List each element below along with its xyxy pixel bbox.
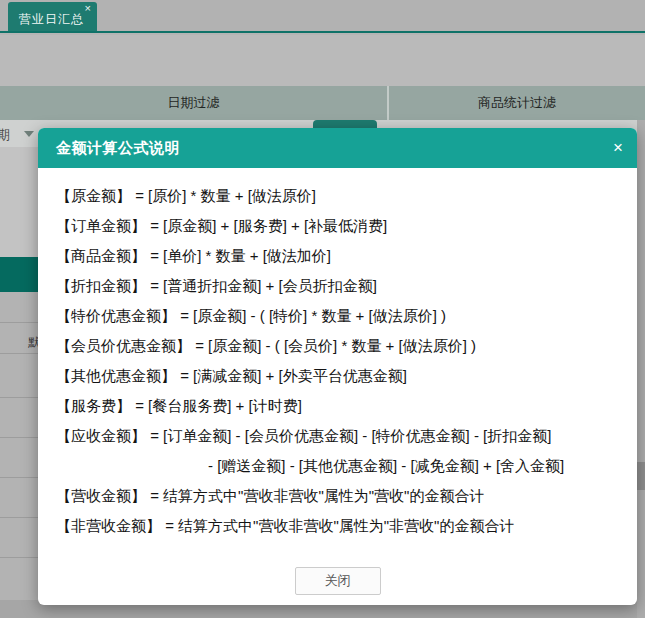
formula-line: 【其他优惠金额】 = [满减金额] + [外卖平台优惠金额] — [56, 361, 627, 391]
close-button[interactable]: 关闭 — [295, 567, 381, 595]
date-filter-title: 日期过滤 — [0, 86, 387, 120]
formula-line: 【原金额】 = [原价] * 数量 + [做法原价] — [56, 181, 627, 211]
scrollbar-thumb[interactable] — [637, 462, 645, 490]
product-filter-title: 商品统计过滤 — [389, 86, 645, 120]
formula-line: 【商品金额】 = [单价] * 数量 + [做法加价] — [56, 241, 627, 271]
page-background-upper — [0, 35, 645, 86]
formula-line: 【应收金额】 = [订单金额] - [会员价优惠金额] - [特价优惠金额] -… — [56, 421, 627, 451]
formula-line: 【会员价优惠金额】 = [原金额] - ( [会员价] * 数量 + [做法原价… — [56, 331, 627, 361]
formula-help-dialog: 金额计算公式说明 × 【原金额】 = [原价] * 数量 + [做法原价]【订单… — [38, 128, 637, 605]
tab-bar: 营业日汇总 × — [0, 0, 645, 33]
tab-close-icon[interactable]: × — [85, 3, 91, 14]
formula-line: 【折扣金额】 = [普通折扣金额] + [会员折扣金额] — [56, 271, 627, 301]
vertical-scrollbar[interactable] — [637, 120, 645, 618]
dialog-title: 金额计算公式说明 — [56, 128, 180, 168]
dialog-footer: 关闭 — [38, 567, 637, 595]
close-icon[interactable]: × — [613, 128, 623, 168]
formula-line: 【特价优惠金额】 = [原金额] - ( [特价] * 数量 + [做法原价] … — [56, 301, 627, 331]
tab-label: 营业日汇总 — [19, 11, 84, 28]
formula-line: 【订单金额】 = [原金额] + [服务费] + [补最低消费] — [56, 211, 627, 241]
formula-line: 【非营收金额】 = 结算方式中"营收非营收"属性为"非营收"的金额合计 — [56, 511, 627, 541]
dialog-header: 金额计算公式说明 × — [38, 128, 637, 168]
formula-line: 【服务费】 = [餐台服务费] + [计时费] — [56, 391, 627, 421]
formula-line: 【营收金额】 = 结算方式中"营收非营收"属性为"营收"的金额合计 — [56, 481, 627, 511]
date-label-fragment: 期 — [0, 126, 10, 144]
tab-business-day-summary[interactable]: 营业日汇总 × — [8, 2, 97, 31]
formula-line: - [赠送金额] - [其他优惠金额] - [减免金额] + [舍入金额] — [208, 451, 627, 481]
filter-section-headers: 日期过滤 商品统计过滤 — [0, 86, 645, 120]
formula-list: 【原金额】 = [原价] * 数量 + [做法原价]【订单金额】 = [原金额]… — [38, 168, 637, 541]
chevron-down-icon[interactable] — [24, 131, 34, 137]
app-window: 营业日汇总 × 日期过滤 商品统计过滤 期 默认 金额计算公式说明 × 【原金额… — [0, 0, 645, 618]
